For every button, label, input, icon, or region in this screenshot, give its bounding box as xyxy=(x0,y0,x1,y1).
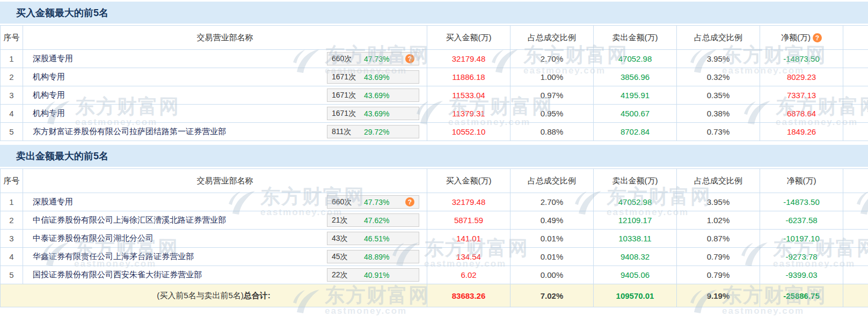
buy-amount: 32179.48 xyxy=(427,193,510,211)
badge-appearance-count: 660次 xyxy=(332,54,361,64)
totals-label-bold: 总合计: xyxy=(244,291,271,300)
branch-name-link[interactable]: 国投证券股份有限公司西安朱雀大街证券营业部 xyxy=(33,270,202,280)
branch-stats-badge[interactable]: 660次 47.73% ? xyxy=(327,52,419,65)
branch-stats-badge[interactable]: 1671次 43.69% xyxy=(327,89,419,102)
branch-name-cell: 机构专用 1671次 43.69% xyxy=(23,68,427,86)
help-icon[interactable]: ? xyxy=(405,54,414,63)
col-header-sell-pct: 占总成交比例 xyxy=(677,26,760,50)
table-row: 5 东方财富证券股份有限公司拉萨团结路第一证券营业部 811次 29.72% 1… xyxy=(1,123,868,141)
spacer-cell xyxy=(843,86,868,105)
sell-pct: 0.73% xyxy=(677,123,760,141)
badge-win-rate: 47.73% xyxy=(364,198,389,207)
col-header-branch-name: 交易营业部名称 xyxy=(23,26,427,50)
col-header-buy-pct: 占总成交比例 xyxy=(510,169,594,193)
branch-name-link[interactable]: 深股通专用 xyxy=(33,54,73,64)
branch-name-link[interactable]: 中信证券股份有限公司上海徐汇区漕溪北路证券营业部 xyxy=(33,215,226,225)
spacer-cell xyxy=(843,193,868,211)
sell-amount: 10338.11 xyxy=(594,230,677,248)
sell-pct: 0.32% xyxy=(677,68,760,86)
totals-label: (买入前5名与卖出前5名)总合计: xyxy=(1,284,427,307)
branch-name-link[interactable]: 深股通专用 xyxy=(33,197,73,207)
net-amount: 6878.64 xyxy=(760,105,843,123)
table-header-row: 序号 交易营业部名称 买入金额(万) 占总成交比例 卖出金额(万) 占总成交比例… xyxy=(1,169,868,193)
badge-win-rate: 43.69% xyxy=(364,109,389,118)
net-amount: -14873.50 xyxy=(760,193,843,211)
col-header-index: 序号 xyxy=(1,26,23,50)
branch-name-link[interactable]: 机构专用 xyxy=(33,72,65,82)
branch-name-cell: 机构专用 1671次 43.69% xyxy=(23,86,427,105)
col-header-sell-amount: 卖出金额(万) xyxy=(594,26,677,50)
badge-appearance-count: 21次 xyxy=(332,216,361,225)
watermark-en-text: eastmoney.com xyxy=(325,306,429,316)
spacer-cell xyxy=(843,211,868,230)
buy-pct: 0.88% xyxy=(510,123,594,141)
branch-stats-badge[interactable]: 1671次 43.69% xyxy=(327,107,419,120)
totals-buy-amount: 83683.26 xyxy=(427,284,510,307)
branch-name-cell: 国投证券股份有限公司西安朱雀大街证券营业部 22次 40.91% xyxy=(23,266,427,284)
col-header-branch-name: 交易营业部名称 xyxy=(23,169,427,193)
row-index: 4 xyxy=(1,248,23,266)
totals-sell-pct: 9.19% xyxy=(677,284,760,307)
sell-amount: 3856.96 xyxy=(594,68,677,86)
branch-stats-badge[interactable]: 21次 47.62% xyxy=(327,213,419,227)
buy-amount: 5871.59 xyxy=(427,211,510,230)
badge-appearance-count: 45次 xyxy=(332,252,361,262)
net-amount: -6237.58 xyxy=(760,211,843,230)
buy-pct: 0.95% xyxy=(510,105,594,123)
buy-section-title: 买入金额最大的前5名 xyxy=(0,2,868,24)
sell-pct: 0.79% xyxy=(677,248,760,266)
branch-name-link[interactable]: 机构专用 xyxy=(33,108,65,119)
sell-amount: 47052.98 xyxy=(594,193,677,211)
sell-amount: 4195.91 xyxy=(594,86,677,105)
sell-pct: 0.38% xyxy=(677,105,760,123)
branch-name-cell: 深股通专用 660次 47.73% ? xyxy=(23,193,427,211)
branch-name-link[interactable]: 中泰证券股份有限公司湖北分公司 xyxy=(33,233,154,244)
badge-win-rate: 43.69% xyxy=(364,91,389,100)
table-header-row: 序号 交易营业部名称 买入金额(万) 占总成交比例 卖出金额(万) 占总成交比例… xyxy=(1,26,868,50)
buy-amount: 6.02 xyxy=(427,266,510,284)
buy-pct: 0.49% xyxy=(510,211,594,230)
buy-pct: 2.70% xyxy=(510,193,594,211)
badge-appearance-count: 1671次 xyxy=(332,109,361,119)
table-row: 3 中泰证券股份有限公司湖北分公司 43次 46.51% 141.01 0.01… xyxy=(1,230,868,248)
help-icon[interactable]: ? xyxy=(405,197,414,207)
table-row: 4 华鑫证券有限责任公司上海茅台路证券营业部 45次 48.89% 134.54… xyxy=(1,248,868,266)
col-header-buy-amount: 买入金额(万) xyxy=(427,169,510,193)
sell-pct: 3.95% xyxy=(677,193,760,211)
branch-name-cell: 深股通专用 660次 47.73% ? xyxy=(23,50,427,68)
watermark-en-text: eastmoney.com xyxy=(722,306,827,316)
totals-buy-pct: 7.02% xyxy=(510,284,594,307)
sell-amount: 9408.32 xyxy=(594,248,677,266)
branch-name-link[interactable]: 华鑫证券有限责任公司上海茅台路证券营业部 xyxy=(33,252,194,262)
row-index: 2 xyxy=(1,68,23,86)
branch-name-link[interactable]: 机构专用 xyxy=(33,90,65,100)
sell-top5-table: 序号 交易营业部名称 买入金额(万) 占总成交比例 卖出金额(万) 占总成交比例… xyxy=(0,168,868,307)
branch-stats-badge[interactable]: 43次 46.51% xyxy=(327,232,419,245)
lhb-page: 东方财富网eastmoney.com东方财富网eastmoney.com东方财富… xyxy=(0,0,868,317)
buy-pct: 2.70% xyxy=(510,50,594,68)
branch-name-link[interactable]: 东方财富证券股份有限公司拉萨团结路第一证券营业部 xyxy=(33,127,226,137)
buy-pct: 0.01% xyxy=(510,230,594,248)
branch-stats-badge[interactable]: 22次 40.91% xyxy=(327,268,419,282)
spacer-header-cell xyxy=(843,26,868,50)
sell-pct: 0.79% xyxy=(677,266,760,284)
net-header-label: 净额(万) xyxy=(781,33,811,42)
totals-row: (买入前5名与卖出前5名)总合计: 83683.26 7.02% 109570.… xyxy=(1,284,868,307)
badge-appearance-count: 43次 xyxy=(332,234,361,244)
badge-win-rate: 47.73% xyxy=(364,55,389,63)
branch-stats-badge[interactable]: 660次 47.73% ? xyxy=(327,195,419,209)
badge-win-rate: 43.69% xyxy=(364,73,389,82)
branch-stats-badge[interactable]: 811次 29.72% xyxy=(327,125,419,138)
col-header-net-amount: 净额(万)? xyxy=(760,26,843,50)
row-index: 1 xyxy=(1,50,23,68)
sell-amount: 9405.06 xyxy=(594,266,677,284)
col-header-index: 序号 xyxy=(1,169,23,193)
buy-amount: 11533.04 xyxy=(427,86,510,105)
branch-stats-badge[interactable]: 1671次 43.69% xyxy=(327,70,419,84)
row-index: 2 xyxy=(1,211,23,230)
sell-amount: 8702.84 xyxy=(594,123,677,141)
help-icon[interactable]: ? xyxy=(813,33,822,42)
buy-pct: 0.97% xyxy=(510,86,594,105)
table-row: 3 机构专用 1671次 43.69% 11533.04 0.97% 4195.… xyxy=(1,86,868,105)
branch-stats-badge[interactable]: 45次 48.89% xyxy=(327,250,419,263)
